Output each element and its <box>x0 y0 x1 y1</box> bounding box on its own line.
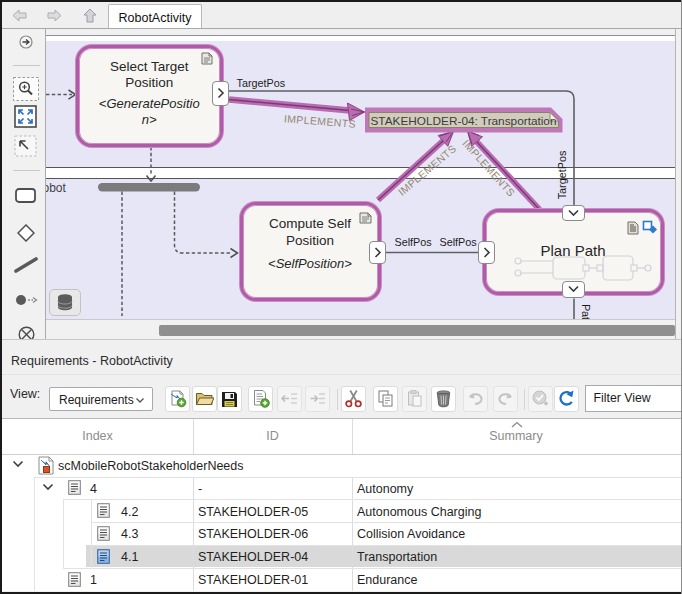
signal-label-targetpos-vertical: TargetPos <box>556 150 568 199</box>
expander-icon[interactable] <box>42 483 54 491</box>
requirement-icon <box>97 526 110 541</box>
new-requirement-set-button[interactable] <box>165 386 190 412</box>
requirement-icon <box>68 480 81 495</box>
save-button[interactable] <box>217 386 242 412</box>
canvas-horizontal-scrollbar[interactable] <box>46 319 675 339</box>
requirement-icon <box>68 572 81 587</box>
diagram-canvas[interactable]: Select Target Position <GeneratePositio … <box>46 29 675 339</box>
back-arrow-icon[interactable] <box>11 8 28 23</box>
document-badge-icon <box>359 212 372 224</box>
document-badge-icon <box>201 52 213 65</box>
port-output[interactable] <box>212 81 229 106</box>
refresh-button[interactable] <box>554 386 579 412</box>
table-cell-summary[interactable]: Transportation <box>357 550 437 564</box>
lane-label: obot <box>46 181 66 195</box>
table-cell-index[interactable]: 4 <box>90 482 97 496</box>
delete-button[interactable] <box>431 386 456 412</box>
row-divider <box>63 568 681 569</box>
zoom-icon[interactable] <box>13 77 39 101</box>
undo-button[interactable] <box>463 386 488 412</box>
block-select-target-position[interactable]: Select Target Position <GeneratePositio … <box>76 45 223 147</box>
palette-divider <box>13 170 40 171</box>
palette-divider <box>13 65 40 66</box>
forward-arrow-icon[interactable] <box>46 8 63 23</box>
port-output-bottom[interactable] <box>562 281 586 298</box>
copy-button[interactable] <box>373 386 398 412</box>
pan-select-icon[interactable] <box>14 135 37 157</box>
block-subtitle: n> <box>79 112 220 128</box>
table-cell-id[interactable]: STAKEHOLDER-01 <box>198 573 308 587</box>
paste-button[interactable] <box>402 386 427 412</box>
tab-robotactivity[interactable]: RobotActivity <box>108 4 202 31</box>
cut-button[interactable] <box>341 386 366 412</box>
filter-view-text: Filter View <box>594 391 651 405</box>
requirement-annotation[interactable]: STAKEHOLDER-04: Transportation <box>371 114 557 128</box>
row-divider <box>91 545 681 546</box>
panel-separator <box>2 374 681 375</box>
port-output[interactable] <box>369 241 386 265</box>
transition-line-icon[interactable] <box>14 257 38 273</box>
view-dropdown[interactable]: Requirements <box>49 387 153 411</box>
port-input[interactable] <box>478 241 495 265</box>
block-content-preview <box>513 252 668 287</box>
table-cell-id[interactable]: STAKEHOLDER-04 <box>198 550 308 564</box>
port-input-top[interactable] <box>562 205 586 222</box>
tree-guide <box>34 477 35 591</box>
sort-ascending-icon[interactable] <box>510 421 524 428</box>
expander-icon[interactable] <box>12 460 24 468</box>
tree-guide <box>91 499 92 567</box>
panel-title: Requirements - RobotActivity <box>11 354 173 368</box>
block-subtitle: <GeneratePositio <box>79 96 220 112</box>
scrollbar-thumb[interactable] <box>159 325 675 336</box>
add-requirement-button[interactable] <box>248 386 273 412</box>
table-cell-summary[interactable]: Collision Avoidance <box>357 527 465 541</box>
table-cell-id[interactable]: - <box>198 482 202 496</box>
block-title: Select Target <box>79 59 220 75</box>
initial-node-icon[interactable] <box>15 294 39 306</box>
requirements-table: Index ID Summary scMobileRobotStakeholde… <box>2 418 681 593</box>
toolbar-separator <box>337 389 338 410</box>
tab-bar: RobotActivity <box>2 2 681 28</box>
table-cell-index[interactable]: 4.2 <box>121 505 138 519</box>
table-cell-id[interactable]: STAKEHOLDER-05 <box>198 505 308 519</box>
table-cell-index[interactable]: 4.1 <box>121 550 138 564</box>
step-in-icon[interactable] <box>19 35 33 49</box>
column-header-summary[interactable]: Summary <box>352 429 680 443</box>
column-separator <box>193 419 194 454</box>
block-compute-self-position[interactable]: Compute Self Position <SelfPosition> <box>240 202 381 301</box>
up-arrow-icon[interactable] <box>82 7 99 22</box>
view-dropdown-value: Requirements <box>59 393 134 407</box>
fit-to-view-icon[interactable] <box>14 105 37 128</box>
add-link-button[interactable] <box>528 386 553 412</box>
filter-view-input[interactable]: Filter View <box>585 385 682 412</box>
table-cell-summary[interactable]: Autonomous Charging <box>357 505 481 519</box>
table-cell-index[interactable]: 1 <box>90 573 97 587</box>
palette-toolbar <box>2 29 46 339</box>
view-label: View: <box>10 387 40 401</box>
open-button[interactable] <box>192 386 217 412</box>
block-title: Position <box>243 233 378 249</box>
column-separator <box>352 419 353 454</box>
data-store-button[interactable] <box>49 289 81 316</box>
column-header-id[interactable]: ID <box>193 429 352 443</box>
requirement-icon-selected <box>97 549 110 564</box>
table-cell-index[interactable]: 4.3 <box>121 527 138 541</box>
block-subtitle: <SelfPosition> <box>243 256 378 272</box>
redo-button[interactable] <box>493 386 518 412</box>
table-cell-summary[interactable]: Autonomy <box>357 482 413 496</box>
table-cell-summary[interactable]: Endurance <box>357 573 417 587</box>
demote-requirement-button[interactable] <box>305 386 330 412</box>
promote-requirement-button[interactable] <box>277 386 302 412</box>
decision-node-icon[interactable] <box>17 224 35 242</box>
action-node-icon[interactable] <box>15 188 36 203</box>
signal-label-path-vertical: Pat <box>580 303 592 319</box>
table-cell-index[interactable]: scMobileRobotStakeholderNeeds <box>58 459 244 473</box>
column-separator <box>352 477 353 591</box>
row-divider <box>63 499 681 500</box>
column-header-index[interactable]: Index <box>2 429 193 443</box>
signal-label-selfpos: SelfPos <box>440 236 474 248</box>
table-cell-id[interactable]: STAKEHOLDER-06 <box>198 527 308 541</box>
requirement-icon <box>97 503 110 518</box>
document-badge-icon <box>627 221 639 235</box>
link-badge-icon <box>642 220 658 235</box>
